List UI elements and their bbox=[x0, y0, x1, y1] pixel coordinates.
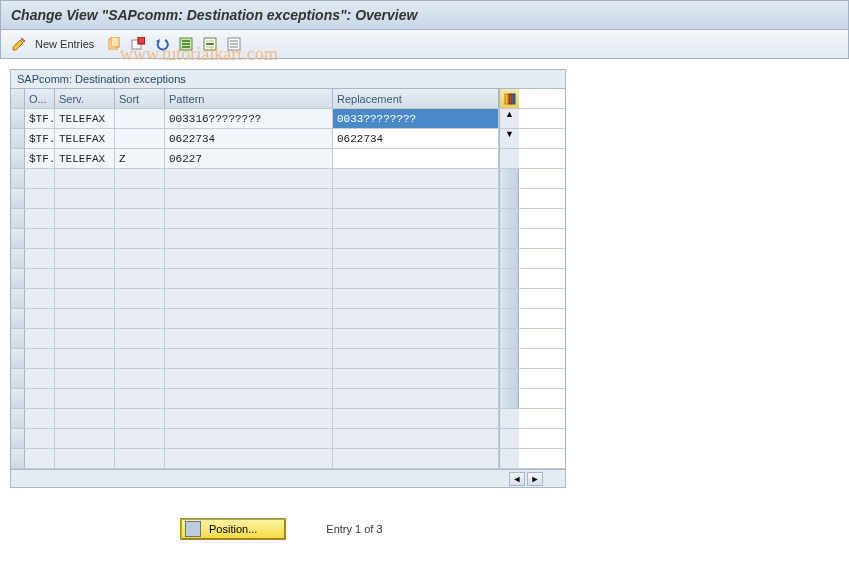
table-cell[interactable] bbox=[25, 309, 55, 328]
table-cell[interactable] bbox=[115, 349, 165, 368]
table-cell[interactable] bbox=[165, 429, 333, 448]
col-header-replacement[interactable]: Replacement bbox=[333, 89, 499, 108]
table-cell[interactable]: 0622734 bbox=[165, 129, 333, 148]
row-selector[interactable] bbox=[11, 249, 25, 268]
table-cell[interactable] bbox=[115, 269, 165, 288]
table-cell[interactable] bbox=[165, 229, 333, 248]
table-cell[interactable] bbox=[115, 169, 165, 188]
row-selector[interactable] bbox=[11, 129, 25, 148]
scroll-right-icon[interactable]: ► bbox=[527, 472, 543, 486]
table-cell[interactable] bbox=[165, 289, 333, 308]
table-cell[interactable] bbox=[333, 209, 499, 228]
table-cell[interactable] bbox=[115, 109, 165, 128]
row-selector[interactable] bbox=[11, 389, 25, 408]
table-cell[interactable] bbox=[55, 229, 115, 248]
row-selector[interactable] bbox=[11, 429, 25, 448]
table-cell[interactable] bbox=[333, 229, 499, 248]
table-cell[interactable] bbox=[115, 409, 165, 428]
table-cell[interactable]: 003316???????? bbox=[165, 109, 333, 128]
col-header-serv[interactable]: Serv. bbox=[55, 89, 115, 108]
row-selector[interactable] bbox=[11, 289, 25, 308]
table-cell[interactable] bbox=[55, 209, 115, 228]
table-cell[interactable] bbox=[55, 409, 115, 428]
row-selector[interactable] bbox=[11, 329, 25, 348]
table-cell[interactable] bbox=[115, 209, 165, 228]
table-cell[interactable] bbox=[25, 249, 55, 268]
row-selector[interactable] bbox=[11, 149, 25, 168]
table-cell[interactable] bbox=[165, 369, 333, 388]
table-cell[interactable] bbox=[55, 389, 115, 408]
select-all-icon[interactable] bbox=[176, 34, 196, 54]
table-cell[interactable] bbox=[165, 189, 333, 208]
select-block-icon[interactable] bbox=[200, 34, 220, 54]
table-cell[interactable] bbox=[55, 309, 115, 328]
table-cell[interactable] bbox=[25, 429, 55, 448]
table-cell[interactable] bbox=[165, 449, 333, 468]
table-cell[interactable] bbox=[165, 409, 333, 428]
table-cell[interactable] bbox=[333, 429, 499, 448]
row-selector[interactable] bbox=[11, 349, 25, 368]
table-cell[interactable] bbox=[55, 289, 115, 308]
table-cell[interactable] bbox=[55, 169, 115, 188]
table-cell[interactable] bbox=[333, 169, 499, 188]
table-cell[interactable] bbox=[25, 229, 55, 248]
row-selector[interactable] bbox=[11, 169, 25, 188]
row-selector[interactable] bbox=[11, 369, 25, 388]
scroll-up-icon[interactable]: ▲ bbox=[499, 109, 519, 128]
table-cell[interactable] bbox=[115, 189, 165, 208]
table-cell[interactable] bbox=[115, 289, 165, 308]
table-cell[interactable] bbox=[165, 349, 333, 368]
scroll-left-icon[interactable]: ◄ bbox=[509, 472, 525, 486]
table-cell[interactable]: $TF... bbox=[25, 109, 55, 128]
table-cell[interactable] bbox=[25, 289, 55, 308]
table-cell[interactable] bbox=[165, 269, 333, 288]
col-header-pattern[interactable]: Pattern bbox=[165, 89, 333, 108]
table-cell[interactable] bbox=[333, 269, 499, 288]
row-selector[interactable] bbox=[11, 269, 25, 288]
table-cell[interactable] bbox=[25, 269, 55, 288]
table-cell[interactable] bbox=[333, 189, 499, 208]
table-cell[interactable] bbox=[333, 329, 499, 348]
table-cell[interactable] bbox=[25, 189, 55, 208]
table-cell[interactable] bbox=[333, 349, 499, 368]
row-selector[interactable] bbox=[11, 309, 25, 328]
table-cell[interactable]: $TF... bbox=[25, 129, 55, 148]
table-cell[interactable] bbox=[333, 149, 499, 168]
table-cell[interactable] bbox=[165, 209, 333, 228]
table-cell[interactable] bbox=[25, 209, 55, 228]
table-cell[interactable] bbox=[115, 309, 165, 328]
configure-columns-icon[interactable] bbox=[499, 89, 519, 108]
table-cell[interactable] bbox=[55, 189, 115, 208]
table-cell[interactable] bbox=[115, 389, 165, 408]
table-cell[interactable] bbox=[55, 329, 115, 348]
table-cell[interactable] bbox=[55, 369, 115, 388]
table-cell[interactable] bbox=[165, 329, 333, 348]
table-cell[interactable]: 0622734 bbox=[333, 129, 499, 148]
row-selector[interactable] bbox=[11, 189, 25, 208]
table-cell[interactable] bbox=[165, 389, 333, 408]
table-cell[interactable] bbox=[115, 229, 165, 248]
select-all-handle[interactable] bbox=[11, 89, 25, 108]
table-cell[interactable] bbox=[115, 249, 165, 268]
scroll-down-icon[interactable]: ▼ bbox=[499, 129, 519, 148]
table-cell[interactable] bbox=[333, 449, 499, 468]
table-cell[interactable]: 06227 bbox=[165, 149, 333, 168]
table-cell[interactable] bbox=[25, 169, 55, 188]
row-selector[interactable] bbox=[11, 449, 25, 468]
delete-icon[interactable] bbox=[128, 34, 148, 54]
table-cell[interactable] bbox=[115, 449, 165, 468]
table-cell[interactable] bbox=[165, 309, 333, 328]
table-cell[interactable] bbox=[55, 269, 115, 288]
table-cell[interactable] bbox=[333, 369, 499, 388]
table-cell[interactable] bbox=[165, 169, 333, 188]
table-cell[interactable] bbox=[55, 449, 115, 468]
table-cell[interactable] bbox=[25, 449, 55, 468]
undo-icon[interactable] bbox=[152, 34, 172, 54]
edit-icon[interactable] bbox=[9, 34, 29, 54]
table-cell[interactable] bbox=[115, 329, 165, 348]
col-header-o[interactable]: O... bbox=[25, 89, 55, 108]
row-selector[interactable] bbox=[11, 209, 25, 228]
row-selector[interactable] bbox=[11, 409, 25, 428]
table-cell[interactable] bbox=[55, 349, 115, 368]
table-cell[interactable] bbox=[25, 369, 55, 388]
